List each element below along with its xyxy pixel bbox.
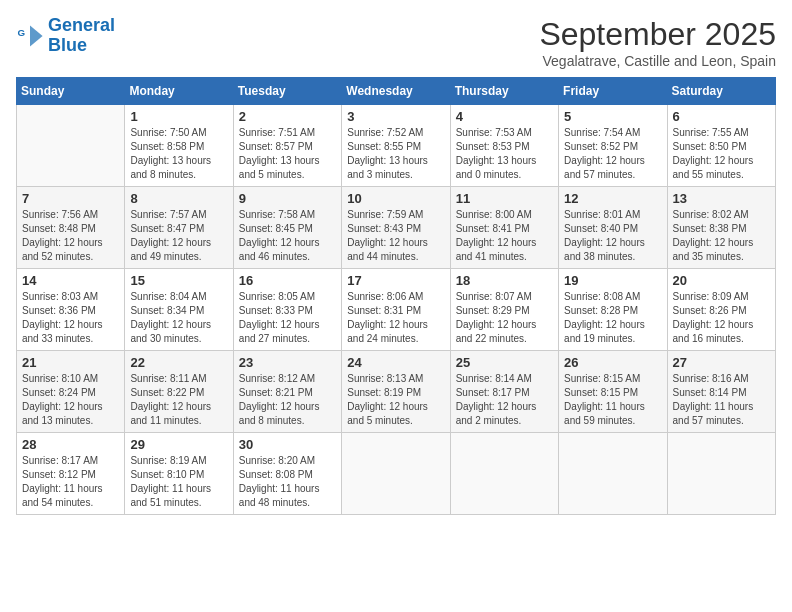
sunset-label: Sunset: 8:40 PM [564, 223, 638, 234]
sunrise-label: Sunrise: 8:03 AM [22, 291, 98, 302]
svg-marker-1 [30, 25, 43, 46]
day-info: Sunrise: 8:05 AMSunset: 8:33 PMDaylight:… [239, 290, 336, 346]
day-number: 3 [347, 109, 444, 124]
day-info: Sunrise: 8:04 AMSunset: 8:34 PMDaylight:… [130, 290, 227, 346]
weekday-header-thursday: Thursday [450, 78, 558, 105]
sunrise-label: Sunrise: 8:10 AM [22, 373, 98, 384]
day-number: 29 [130, 437, 227, 452]
calendar-cell: 30Sunrise: 8:20 AMSunset: 8:08 PMDayligh… [233, 433, 341, 515]
day-info: Sunrise: 8:12 AMSunset: 8:21 PMDaylight:… [239, 372, 336, 428]
sunset-label: Sunset: 8:31 PM [347, 305, 421, 316]
weekday-header-tuesday: Tuesday [233, 78, 341, 105]
sunrise-label: Sunrise: 8:08 AM [564, 291, 640, 302]
logo-line2: Blue [48, 35, 87, 55]
daylight-label: Daylight: 12 hours and 30 minutes. [130, 319, 211, 344]
title-area: September 2025 Vegalatrave, Castille and… [539, 16, 776, 69]
sunrise-label: Sunrise: 7:59 AM [347, 209, 423, 220]
day-info: Sunrise: 7:55 AMSunset: 8:50 PMDaylight:… [673, 126, 770, 182]
day-info: Sunrise: 8:01 AMSunset: 8:40 PMDaylight:… [564, 208, 661, 264]
daylight-label: Daylight: 12 hours and 55 minutes. [673, 155, 754, 180]
day-info: Sunrise: 8:06 AMSunset: 8:31 PMDaylight:… [347, 290, 444, 346]
day-number: 13 [673, 191, 770, 206]
daylight-label: Daylight: 12 hours and 38 minutes. [564, 237, 645, 262]
sunset-label: Sunset: 8:17 PM [456, 387, 530, 398]
sunrise-label: Sunrise: 8:19 AM [130, 455, 206, 466]
daylight-label: Daylight: 12 hours and 46 minutes. [239, 237, 320, 262]
sunrise-label: Sunrise: 8:06 AM [347, 291, 423, 302]
calendar-week-row: 1Sunrise: 7:50 AMSunset: 8:58 PMDaylight… [17, 105, 776, 187]
sunrise-label: Sunrise: 7:52 AM [347, 127, 423, 138]
day-number: 14 [22, 273, 119, 288]
calendar-week-row: 14Sunrise: 8:03 AMSunset: 8:36 PMDayligh… [17, 269, 776, 351]
day-number: 21 [22, 355, 119, 370]
calendar-cell: 15Sunrise: 8:04 AMSunset: 8:34 PMDayligh… [125, 269, 233, 351]
daylight-label: Daylight: 12 hours and 41 minutes. [456, 237, 537, 262]
calendar-table: SundayMondayTuesdayWednesdayThursdayFrid… [16, 77, 776, 515]
sunset-label: Sunset: 8:36 PM [22, 305, 96, 316]
calendar-cell [342, 433, 450, 515]
calendar-cell: 6Sunrise: 7:55 AMSunset: 8:50 PMDaylight… [667, 105, 775, 187]
day-info: Sunrise: 8:17 AMSunset: 8:12 PMDaylight:… [22, 454, 119, 510]
sunset-label: Sunset: 8:19 PM [347, 387, 421, 398]
calendar-cell: 23Sunrise: 8:12 AMSunset: 8:21 PMDayligh… [233, 351, 341, 433]
sunrise-label: Sunrise: 8:11 AM [130, 373, 206, 384]
calendar-cell [17, 105, 125, 187]
sunset-label: Sunset: 8:41 PM [456, 223, 530, 234]
sunset-label: Sunset: 8:52 PM [564, 141, 638, 152]
calendar-cell: 13Sunrise: 8:02 AMSunset: 8:38 PMDayligh… [667, 187, 775, 269]
day-info: Sunrise: 7:52 AMSunset: 8:55 PMDaylight:… [347, 126, 444, 182]
sunrise-label: Sunrise: 8:02 AM [673, 209, 749, 220]
day-number: 2 [239, 109, 336, 124]
sunset-label: Sunset: 8:21 PM [239, 387, 313, 398]
day-number: 17 [347, 273, 444, 288]
day-info: Sunrise: 7:54 AMSunset: 8:52 PMDaylight:… [564, 126, 661, 182]
daylight-label: Daylight: 13 hours and 3 minutes. [347, 155, 428, 180]
day-number: 16 [239, 273, 336, 288]
calendar-cell [667, 433, 775, 515]
sunset-label: Sunset: 8:43 PM [347, 223, 421, 234]
day-number: 30 [239, 437, 336, 452]
day-number: 12 [564, 191, 661, 206]
day-number: 19 [564, 273, 661, 288]
weekday-header-saturday: Saturday [667, 78, 775, 105]
calendar-cell: 9Sunrise: 7:58 AMSunset: 8:45 PMDaylight… [233, 187, 341, 269]
calendar-cell: 22Sunrise: 8:11 AMSunset: 8:22 PMDayligh… [125, 351, 233, 433]
calendar-cell: 28Sunrise: 8:17 AMSunset: 8:12 PMDayligh… [17, 433, 125, 515]
day-info: Sunrise: 8:13 AMSunset: 8:19 PMDaylight:… [347, 372, 444, 428]
day-number: 20 [673, 273, 770, 288]
daylight-label: Daylight: 12 hours and 44 minutes. [347, 237, 428, 262]
weekday-header-row: SundayMondayTuesdayWednesdayThursdayFrid… [17, 78, 776, 105]
calendar-cell: 24Sunrise: 8:13 AMSunset: 8:19 PMDayligh… [342, 351, 450, 433]
weekday-header-wednesday: Wednesday [342, 78, 450, 105]
daylight-label: Daylight: 12 hours and 5 minutes. [347, 401, 428, 426]
calendar-cell: 1Sunrise: 7:50 AMSunset: 8:58 PMDaylight… [125, 105, 233, 187]
day-number: 23 [239, 355, 336, 370]
calendar-cell: 27Sunrise: 8:16 AMSunset: 8:14 PMDayligh… [667, 351, 775, 433]
sunrise-label: Sunrise: 8:14 AM [456, 373, 532, 384]
sunrise-label: Sunrise: 8:07 AM [456, 291, 532, 302]
daylight-label: Daylight: 12 hours and 19 minutes. [564, 319, 645, 344]
sunrise-label: Sunrise: 8:13 AM [347, 373, 423, 384]
day-number: 8 [130, 191, 227, 206]
daylight-label: Daylight: 12 hours and 11 minutes. [130, 401, 211, 426]
day-info: Sunrise: 7:51 AMSunset: 8:57 PMDaylight:… [239, 126, 336, 182]
sunrise-label: Sunrise: 8:16 AM [673, 373, 749, 384]
daylight-label: Daylight: 12 hours and 33 minutes. [22, 319, 103, 344]
calendar-week-row: 21Sunrise: 8:10 AMSunset: 8:24 PMDayligh… [17, 351, 776, 433]
day-number: 22 [130, 355, 227, 370]
day-info: Sunrise: 8:07 AMSunset: 8:29 PMDaylight:… [456, 290, 553, 346]
daylight-label: Daylight: 12 hours and 22 minutes. [456, 319, 537, 344]
sunrise-label: Sunrise: 7:57 AM [130, 209, 206, 220]
day-number: 11 [456, 191, 553, 206]
sunset-label: Sunset: 8:15 PM [564, 387, 638, 398]
calendar-cell: 10Sunrise: 7:59 AMSunset: 8:43 PMDayligh… [342, 187, 450, 269]
day-info: Sunrise: 7:58 AMSunset: 8:45 PMDaylight:… [239, 208, 336, 264]
daylight-label: Daylight: 11 hours and 54 minutes. [22, 483, 103, 508]
sunrise-label: Sunrise: 7:53 AM [456, 127, 532, 138]
day-number: 28 [22, 437, 119, 452]
daylight-label: Daylight: 11 hours and 57 minutes. [673, 401, 754, 426]
weekday-header-sunday: Sunday [17, 78, 125, 105]
sunset-label: Sunset: 8:10 PM [130, 469, 204, 480]
sunset-label: Sunset: 8:08 PM [239, 469, 313, 480]
day-number: 15 [130, 273, 227, 288]
